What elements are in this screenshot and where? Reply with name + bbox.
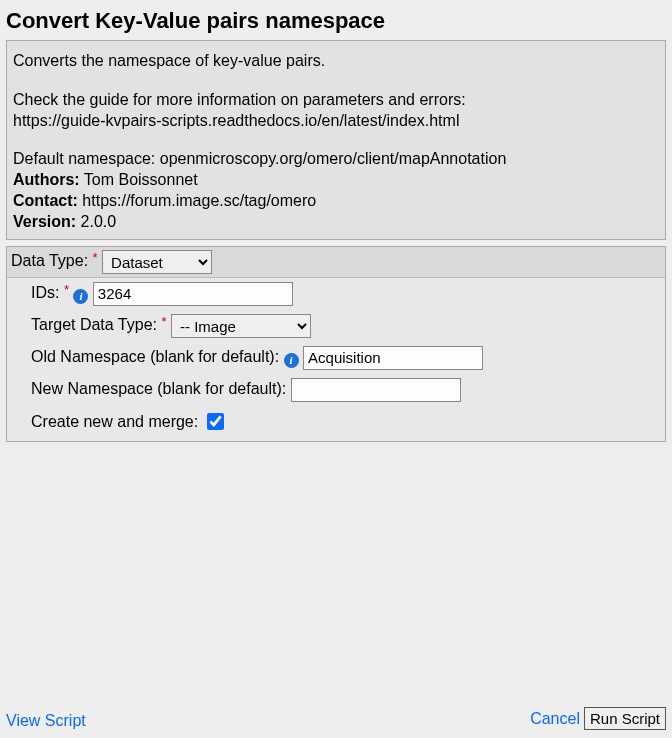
old-namespace-label: Old Namespace (blank for default): bbox=[31, 348, 279, 365]
row-data-type: Data Type: * Dataset bbox=[7, 247, 665, 278]
row-target-data-type: Target Data Type: * -- Image bbox=[7, 310, 665, 342]
target-data-type-select[interactable]: -- Image bbox=[171, 314, 311, 338]
old-namespace-input[interactable] bbox=[303, 346, 483, 370]
desc-summary: Converts the namespace of key-value pair… bbox=[13, 51, 659, 72]
version-label: Version: bbox=[13, 213, 76, 230]
view-script-link[interactable]: View Script bbox=[6, 712, 86, 730]
authors-value: Tom Boissonnet bbox=[80, 171, 198, 188]
new-namespace-input[interactable] bbox=[291, 378, 461, 402]
run-script-button[interactable]: Run Script bbox=[584, 707, 666, 730]
version-value: 2.0.0 bbox=[76, 213, 116, 230]
cancel-link[interactable]: Cancel bbox=[530, 710, 580, 728]
row-new-namespace: New Namespace (blank for default): bbox=[7, 374, 665, 406]
description-panel: Converts the namespace of key-value pair… bbox=[6, 40, 666, 240]
required-marker: * bbox=[93, 250, 98, 265]
contact-label: Contact: bbox=[13, 192, 78, 209]
desc-version: Version: 2.0.0 bbox=[13, 212, 659, 233]
target-data-type-label: Target Data Type: bbox=[31, 316, 161, 333]
row-ids: IDs: * i bbox=[7, 278, 665, 310]
parameters-panel: Data Type: * Dataset IDs: * i Target Dat… bbox=[6, 246, 666, 442]
create-merge-checkbox[interactable] bbox=[207, 413, 224, 430]
new-namespace-label: New Namespace (blank for default): bbox=[31, 380, 286, 397]
row-create-merge: Create new and merge: bbox=[7, 406, 665, 441]
desc-guide-url: https://guide-kvpairs-scripts.readthedoc… bbox=[13, 111, 659, 132]
data-type-select[interactable]: Dataset bbox=[102, 250, 212, 274]
authors-label: Authors: bbox=[13, 171, 80, 188]
desc-guide-intro: Check the guide for more information on … bbox=[13, 90, 659, 111]
required-marker: * bbox=[161, 314, 166, 329]
info-icon[interactable]: i bbox=[73, 289, 88, 304]
desc-authors: Authors: Tom Boissonnet bbox=[13, 170, 659, 191]
desc-default-namespace: Default namespace: openmicroscopy.org/om… bbox=[13, 149, 659, 170]
page-title: Convert Key-Value pairs namespace bbox=[0, 0, 672, 38]
data-type-label: Data Type: bbox=[11, 252, 93, 269]
row-old-namespace: Old Namespace (blank for default): i bbox=[7, 342, 665, 374]
footer-bar: View Script Cancel Run Script bbox=[0, 701, 672, 738]
contact-value: https://forum.image.sc/tag/omero bbox=[78, 192, 316, 209]
info-icon[interactable]: i bbox=[284, 353, 299, 368]
create-merge-label: Create new and merge: bbox=[31, 413, 198, 430]
desc-contact: Contact: https://forum.image.sc/tag/omer… bbox=[13, 191, 659, 212]
ids-input[interactable] bbox=[93, 282, 293, 306]
ids-label: IDs: bbox=[31, 284, 64, 301]
required-marker: * bbox=[64, 282, 69, 297]
